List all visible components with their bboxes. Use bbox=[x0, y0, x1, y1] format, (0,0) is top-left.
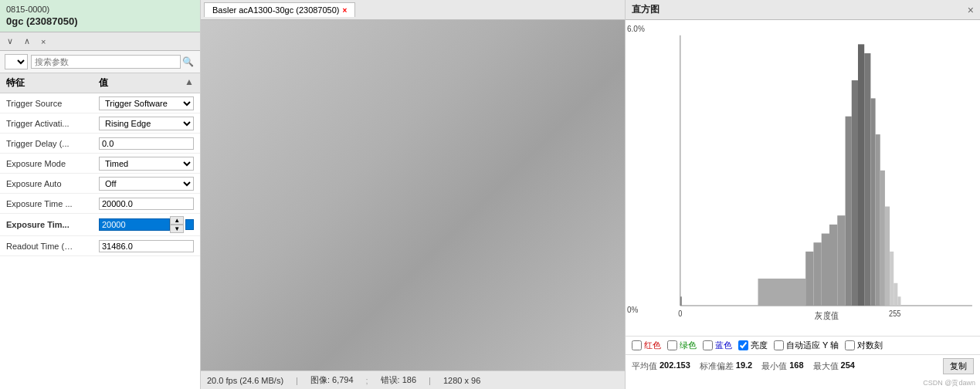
search-dropdown[interactable] bbox=[5, 54, 28, 69]
param-row: Readout Time (… bbox=[0, 236, 200, 256]
toolbar-close-btn[interactable]: × bbox=[37, 36, 49, 48]
camera-tab-close[interactable]: × bbox=[343, 6, 348, 15]
param-select[interactable]: OffOnceContinuous bbox=[99, 177, 194, 191]
red-checkbox-label[interactable]: 红色 bbox=[632, 340, 661, 351]
param-name: Trigger Delay (... bbox=[6, 139, 99, 148]
scroll-up-icon[interactable]: ▲ bbox=[185, 76, 194, 90]
right-panel: 直方图 × 6.0% 0% bbox=[625, 0, 980, 389]
center-status-bar: 20.0 fps (24.6 MB/s) | 图像: 6,794 ; 错误: 1… bbox=[201, 370, 625, 389]
param-spinner-input[interactable] bbox=[99, 218, 170, 231]
param-name: Readout Time (… bbox=[6, 242, 99, 251]
param-value: Trigger SoftwareLine1Line2Software bbox=[99, 96, 194, 110]
toolbar-collapse-btn[interactable]: ∨ bbox=[3, 35, 17, 48]
param-name: Exposure Tim... bbox=[6, 220, 99, 229]
device-name-main: 0gc (23087050) bbox=[6, 15, 194, 27]
brightness-checkbox[interactable] bbox=[738, 340, 748, 350]
fps-status: 20.0 fps (24.6 MB/s) bbox=[207, 376, 283, 385]
log-checkbox-label[interactable]: 对数刻 bbox=[845, 340, 883, 351]
histogram-stats: 平均值 202.153 标准偏差 19.2 最小值 168 最大值 254 复制 bbox=[626, 354, 980, 377]
stddev-label: 标准偏差 bbox=[700, 360, 734, 372]
spinner-up[interactable]: ▲ bbox=[170, 216, 184, 225]
svg-rect-8 bbox=[837, 215, 845, 306]
params-table: 特征 值 ▲ Trigger SourceTrigger SoftwareLin… bbox=[0, 73, 200, 389]
svg-rect-7 bbox=[829, 225, 837, 306]
param-row: Trigger SourceTrigger SoftwareLine1Line2… bbox=[0, 93, 200, 113]
spinner-down[interactable]: ▼ bbox=[170, 225, 184, 233]
param-row: Trigger Activati...Rising EdgeFalling Ed… bbox=[0, 113, 200, 134]
histogram-controls: 红色 绿色 蓝色 亮度 自动适应 Y 轴 对数刻 bbox=[626, 336, 980, 354]
svg-text:255: 255 bbox=[889, 309, 901, 318]
red-checkbox[interactable] bbox=[632, 340, 642, 350]
center-tab-bar: Basler acA1300-30gc (23087050) × bbox=[201, 0, 625, 20]
svg-rect-6 bbox=[822, 234, 829, 306]
toolbar-expand-btn[interactable]: ∧ bbox=[20, 35, 34, 48]
search-input[interactable] bbox=[31, 55, 181, 69]
auto-y-checkbox-label[interactable]: 自动适应 Y 轴 bbox=[774, 340, 839, 351]
svg-rect-18 bbox=[894, 283, 897, 306]
watermark: CSDN @贡dawn bbox=[626, 377, 980, 389]
param-row: Exposure Time ... bbox=[0, 194, 200, 214]
svg-rect-5 bbox=[813, 242, 821, 306]
stddev-value: 19.2 bbox=[736, 360, 752, 372]
param-value bbox=[99, 198, 194, 210]
svg-rect-15 bbox=[880, 171, 885, 306]
histogram-svg: 灰度值 0 255 bbox=[656, 26, 974, 333]
min-stat: 最小值 168 bbox=[761, 360, 803, 372]
param-select[interactable]: Rising EdgeFalling EdgeAny EdgeLevel Hig… bbox=[99, 117, 194, 130]
center-panel: Basler acA1300-30gc (23087050) × 20.0 fp… bbox=[201, 0, 625, 389]
histogram-close-button[interactable]: × bbox=[968, 4, 974, 16]
param-select[interactable]: TimedTriggerWidth bbox=[99, 157, 194, 171]
param-name: Trigger Activati... bbox=[6, 119, 99, 128]
param-row: Exposure ModeTimedTriggerWidth bbox=[0, 154, 200, 174]
param-text-input[interactable] bbox=[99, 137, 194, 150]
svg-text:灰度值: 灰度值 bbox=[815, 311, 839, 321]
max-value: 254 bbox=[841, 360, 855, 372]
svg-rect-9 bbox=[846, 117, 852, 306]
svg-rect-3 bbox=[758, 279, 806, 306]
param-text-input bbox=[99, 240, 194, 252]
log-checkbox[interactable] bbox=[845, 340, 855, 350]
param-row: Exposure Tim...▲▼ bbox=[0, 214, 200, 236]
max-label: 最大值 bbox=[813, 360, 839, 372]
image-status: 图像: 6,794 bbox=[310, 374, 354, 386]
svg-rect-4 bbox=[805, 252, 813, 306]
stddev-stat: 标准偏差 19.2 bbox=[700, 360, 752, 372]
param-select[interactable]: Trigger SoftwareLine1Line2Software bbox=[99, 96, 194, 110]
param-value: ▲▼ bbox=[99, 216, 194, 233]
params-header: 特征 值 ▲ bbox=[0, 73, 200, 93]
svg-rect-14 bbox=[876, 134, 880, 306]
green-label: 绿色 bbox=[680, 340, 697, 351]
histogram-title-bar: 直方图 × bbox=[626, 0, 980, 20]
camera-tab[interactable]: Basler acA1300-30gc (23087050) × bbox=[204, 2, 355, 17]
green-checkbox-label[interactable]: 绿色 bbox=[667, 340, 697, 351]
svg-rect-2 bbox=[680, 296, 682, 306]
red-label: 红色 bbox=[644, 340, 661, 351]
svg-rect-17 bbox=[890, 252, 894, 306]
mean-value: 202.153 bbox=[660, 360, 690, 372]
param-row: Exposure AutoOffOnceContinuous bbox=[0, 174, 200, 194]
mean-label: 平均值 bbox=[632, 360, 657, 372]
col-name-header: 特征 bbox=[6, 76, 99, 90]
param-text-input[interactable] bbox=[99, 198, 194, 210]
error-status: 错误: 186 bbox=[381, 374, 416, 386]
histogram-title: 直方图 bbox=[632, 3, 660, 16]
copy-button[interactable]: 复制 bbox=[943, 358, 974, 374]
params-rows: Trigger SourceTrigger SoftwareLine1Line2… bbox=[0, 93, 200, 256]
min-value: 168 bbox=[789, 360, 803, 372]
param-value: Rising EdgeFalling EdgeAny EdgeLevel Hig… bbox=[99, 117, 194, 130]
search-button[interactable]: 🔍 bbox=[181, 55, 195, 69]
min-label: 最小值 bbox=[761, 360, 787, 372]
auto-y-checkbox[interactable] bbox=[774, 340, 784, 350]
param-row: Trigger Delay (... bbox=[0, 134, 200, 154]
mean-stat: 平均值 202.153 bbox=[632, 360, 690, 372]
param-name: Exposure Time ... bbox=[6, 199, 99, 208]
param-value: OffOnceContinuous bbox=[99, 177, 194, 191]
blue-checkbox-label[interactable]: 蓝色 bbox=[703, 340, 732, 351]
green-checkbox[interactable] bbox=[667, 340, 677, 350]
brightness-label: 亮度 bbox=[751, 340, 768, 351]
svg-rect-13 bbox=[870, 98, 875, 306]
col-value-header: 值 bbox=[99, 76, 185, 90]
brightness-checkbox-label[interactable]: 亮度 bbox=[738, 340, 768, 351]
device-name-small: 0815-0000) bbox=[6, 5, 194, 14]
blue-checkbox[interactable] bbox=[703, 340, 713, 350]
